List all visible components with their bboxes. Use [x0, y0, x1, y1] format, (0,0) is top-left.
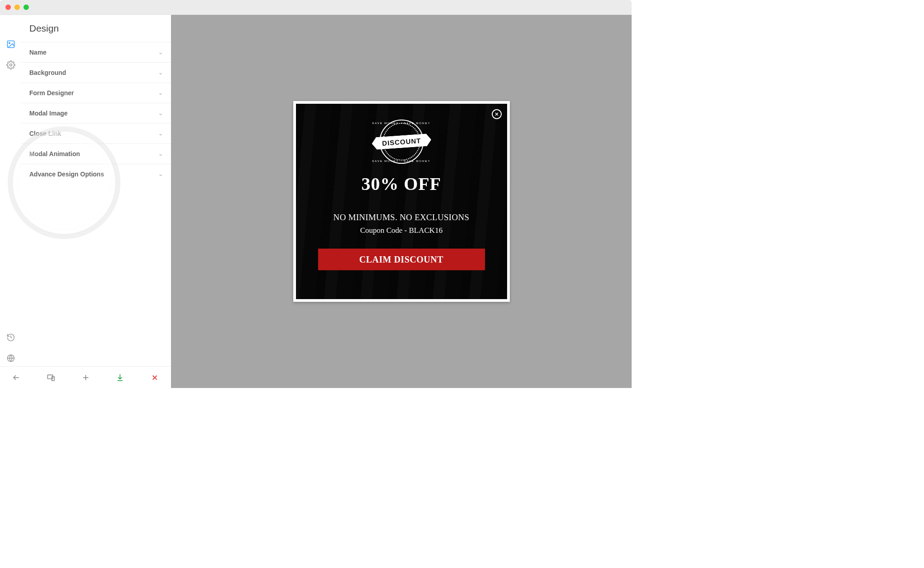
accordion-modal-image[interactable]: Modal Image ⌄	[21, 103, 171, 123]
modal-background: SAVE MONEY · SAVE MONEY DISCOUNT SAVE MO…	[296, 104, 507, 299]
modal-headline: 30% OFF	[361, 173, 441, 194]
modal-preview: SAVE MONEY · SAVE MONEY DISCOUNT SAVE MO…	[293, 101, 510, 302]
devices-button[interactable]	[46, 372, 56, 383]
discount-badge: SAVE MONEY · SAVE MONEY DISCOUNT SAVE MO…	[374, 117, 429, 166]
claim-discount-button[interactable]: CLAIM DISCOUNT	[318, 249, 485, 270]
window-titlebar	[0, 0, 632, 15]
history-icon[interactable]	[6, 333, 15, 342]
app-body: Design Name ⌄ Background ⌄ Form Designer…	[0, 15, 632, 388]
sidebar-title: Design	[21, 15, 171, 42]
accordion-label: Modal Animation	[29, 150, 80, 157]
svg-point-2	[9, 64, 12, 66]
accordion-label: Name	[29, 49, 46, 56]
accordion-name[interactable]: Name ⌄	[21, 42, 171, 62]
accordion-label: Advance Design Options	[29, 171, 104, 178]
modal-close-button[interactable]	[492, 109, 502, 119]
modal-subtext-2: Coupon Code - BLACK16	[360, 226, 443, 235]
image-tab-icon[interactable]	[6, 40, 15, 49]
chevron-down-icon: ⌄	[158, 69, 163, 76]
accordion-label: Close Link	[29, 130, 61, 137]
chevron-down-icon: ⌄	[158, 49, 163, 55]
add-button[interactable]	[80, 372, 91, 383]
bottom-toolbar	[0, 366, 171, 388]
window-minimize-button[interactable]	[14, 5, 20, 10]
chevron-down-icon: ⌄	[158, 171, 163, 177]
accordion-label: Modal Image	[29, 110, 68, 117]
preview-canvas: SAVE MONEY · SAVE MONEY DISCOUNT SAVE MO…	[171, 15, 632, 388]
window-close-button[interactable]	[5, 5, 11, 10]
svg-point-1	[9, 42, 9, 44]
window-zoom-button[interactable]	[23, 5, 29, 10]
accordion-close-link[interactable]: Close Link ⌄	[21, 123, 171, 143]
delete-button[interactable]	[149, 372, 160, 383]
badge-arc-text-top: SAVE MONEY · SAVE MONEY	[372, 122, 430, 125]
chevron-down-icon: ⌄	[158, 110, 163, 116]
save-button[interactable]	[115, 372, 125, 383]
badge-arc-text-bottom: SAVE MONEY · SAVE MONEY	[372, 160, 430, 162]
chevron-down-icon: ⌄	[158, 90, 163, 96]
back-button[interactable]	[11, 372, 22, 383]
modal-subtext-1: NO MINIMUMS. NO EXCLUSIONS	[333, 212, 469, 222]
accordion-label: Background	[29, 69, 66, 76]
accordion-background[interactable]: Background ⌄	[21, 62, 171, 83]
settings-tab-icon[interactable]	[6, 60, 15, 69]
accordion-modal-animation[interactable]: Modal Animation ⌄	[21, 143, 171, 164]
chevron-down-icon: ⌄	[158, 130, 163, 137]
chevron-down-icon: ⌄	[158, 151, 163, 157]
accordion-form-designer[interactable]: Form Designer ⌄	[21, 83, 171, 103]
accordion-advance-design-options[interactable]: Advance Design Options ⌄	[21, 164, 171, 184]
left-rail	[0, 15, 21, 388]
accordion-label: Form Designer	[29, 89, 74, 97]
app-window: Design Name ⌄ Background ⌄ Form Designer…	[0, 0, 632, 388]
globe-icon[interactable]	[6, 354, 15, 363]
design-sidebar: Design Name ⌄ Background ⌄ Form Designer…	[21, 15, 171, 388]
